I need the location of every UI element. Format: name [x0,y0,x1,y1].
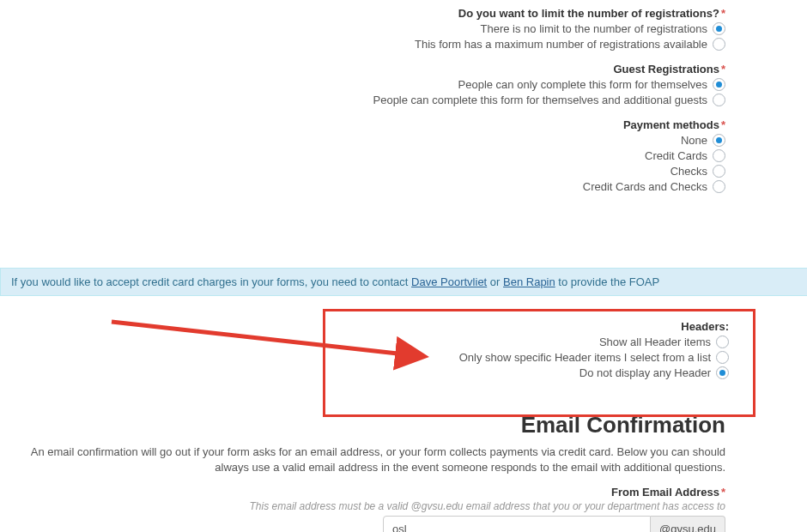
radio-icon[interactable] [716,366,729,379]
option-label: People can complete this form for themse… [373,94,708,106]
option-label: Only show specific Header items I select… [459,351,711,364]
payment-option-0[interactable]: None [0,134,725,147]
radio-icon[interactable] [716,351,729,364]
payment-option-2[interactable]: Checks [0,165,725,178]
from-email-label: From Email Address* [0,486,725,499]
option-label: Checks [670,165,707,178]
option-label: There is no limit to the number of regis… [481,22,707,35]
required-indicator: * [721,486,725,499]
label-text: Payment methods [623,118,719,131]
limit-registrations-label: Do you want to limit the number of regis… [0,7,725,20]
alert-text-suffix: to provide the FOAP [555,275,659,288]
limit-option-1[interactable]: This form has a maximum number of regist… [0,38,725,51]
label-text: Guest Registrations [613,63,719,76]
option-label: Credit Cards and Checks [583,180,707,193]
option-label: This form has a maximum number of regist… [415,38,707,51]
alert-text-prefix: If you would like to accept credit card … [11,275,411,288]
payment-option-1[interactable]: Credit Cards [0,149,725,162]
label-text: From Email Address [611,486,719,499]
radio-icon[interactable] [713,134,725,147]
radio-icon[interactable] [713,180,725,193]
radio-icon[interactable] [713,22,725,35]
email-domain-addon: @gvsu.edu [651,516,725,532]
headers-option-2[interactable]: Do not display any Header [334,366,729,379]
guest-registrations-group: Guest Registrations* People can only com… [0,63,725,106]
contact-link-ben[interactable]: Ben Rapin [503,275,555,288]
guest-option-1[interactable]: People can complete this form for themse… [0,94,725,106]
guest-registrations-label: Guest Registrations* [0,63,725,76]
contact-link-dave[interactable]: Dave Poortvliet [411,275,487,288]
radio-icon[interactable] [713,38,725,51]
payment-option-3[interactable]: Credit Cards and Checks [0,180,725,193]
guest-option-0[interactable]: People can only complete this form for t… [0,78,725,91]
email-confirmation-description: An email confirmation will go out if you… [0,444,725,475]
payment-methods-group: Payment methods* None Credit Cards Check… [0,118,725,193]
option-label: Do not display any Header [579,366,711,379]
headers-highlight-box: Headers: Show all Header items Only show… [323,309,755,417]
radio-icon[interactable] [713,149,725,162]
option-label: None [681,134,707,147]
radio-icon[interactable] [713,78,725,91]
option-label: People can only complete this form for t… [458,78,707,91]
required-indicator: * [721,7,725,20]
radio-icon[interactable] [713,165,725,178]
required-indicator: * [721,118,725,131]
option-label: Show all Header items [599,336,711,348]
label-text: Do you want to limit the number of regis… [458,7,719,20]
radio-icon[interactable] [713,94,725,106]
from-email-input-group: @gvsu.edu [383,516,725,532]
limit-option-0[interactable]: There is no limit to the number of regis… [0,22,725,35]
from-email-group: From Email Address* This email address m… [0,486,725,532]
alert-text-mid: or [487,275,503,288]
from-email-hint: This email address must be a valid @gvsu… [0,500,725,512]
payment-methods-label: Payment methods* [0,118,725,131]
option-label: Credit Cards [645,149,707,162]
radio-icon[interactable] [716,336,729,348]
from-email-input[interactable] [383,516,651,532]
headers-option-0[interactable]: Show all Header items [334,336,729,348]
limit-registrations-group: Do you want to limit the number of regis… [0,7,725,51]
headers-label: Headers: [334,320,729,333]
required-indicator: * [721,63,725,76]
headers-option-1[interactable]: Only show specific Header items I select… [334,351,729,364]
credit-card-info-alert: If you would like to accept credit card … [0,268,807,296]
